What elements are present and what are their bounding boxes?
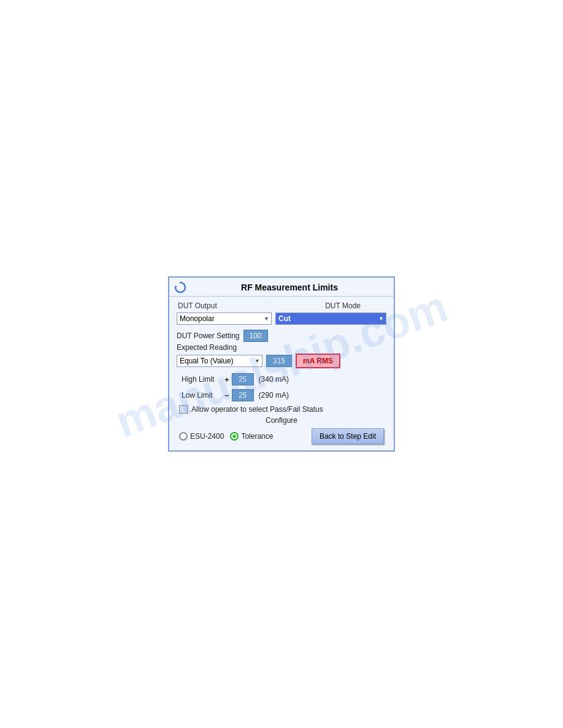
dialog-body: DUT Output DUT Mode Monopolar Cut DUT Po…	[169, 297, 394, 450]
dut-power-row: DUT Power Setting 100	[177, 330, 386, 342]
allow-operator-row: Allow operator to select Pass/Fail Statu…	[177, 405, 386, 414]
rf-measurement-dialog: RF Measurement Limits DUT Output DUT Mod…	[168, 276, 395, 452]
dut-mode-header: DUT Mode	[325, 301, 361, 310]
high-limit-value[interactable]: 25	[232, 373, 254, 385]
dut-mode-select[interactable]: Cut	[275, 313, 386, 325]
dropdowns-row: Monopolar Cut	[177, 313, 386, 325]
bottom-row: ESU-2400 Tolerance Back to Step Edit	[177, 428, 386, 444]
low-limit-sign: −	[224, 391, 229, 400]
radio-group: ESU-2400 Tolerance	[179, 432, 273, 441]
high-limit-result: (340 mA)	[259, 375, 289, 384]
configure-label: Configure	[266, 416, 297, 425]
unit-label: mA RMS	[296, 354, 340, 368]
radio-esu-circle[interactable]	[179, 432, 188, 441]
expected-reading-select[interactable]: Equal To (Value)	[177, 355, 262, 367]
expected-value-box[interactable]: 315	[266, 355, 292, 367]
low-limit-value[interactable]: 25	[232, 389, 254, 401]
low-limit-row: Low Limit − 25 (290 mA)	[177, 389, 386, 401]
dialog-icon	[174, 281, 186, 294]
allow-operator-checkbox[interactable]	[179, 405, 188, 414]
high-limit-sign: +	[224, 375, 229, 384]
radio-esu-label: ESU-2400	[190, 432, 224, 441]
radio-tolerance-label: Tolerance	[241, 432, 273, 441]
allow-operator-label: Allow operator to select Pass/Fail Statu…	[191, 405, 323, 414]
dut-power-value[interactable]: 100	[243, 330, 268, 342]
equal-to-select-wrapper[interactable]: Equal To (Value)	[177, 355, 262, 367]
configure-row: Configure	[177, 416, 386, 425]
monopolar-select-wrapper[interactable]: Monopolar	[177, 313, 272, 325]
dut-output-header: DUT Output	[178, 301, 217, 310]
radio-tolerance-item[interactable]: Tolerance	[230, 432, 273, 441]
expected-reading-label: Expected Reading	[177, 343, 386, 352]
low-limit-label: Low Limit	[182, 391, 224, 400]
dialog-title: RF Measurement Limits	[190, 282, 389, 292]
radio-esu-item[interactable]: ESU-2400	[179, 432, 224, 441]
dut-output-select[interactable]: Monopolar	[177, 313, 272, 325]
cut-select-wrapper[interactable]: Cut	[275, 313, 386, 325]
low-limit-result: (290 mA)	[259, 391, 289, 400]
column-headers-row: DUT Output DUT Mode	[177, 301, 386, 310]
high-limit-label: High Limit	[182, 375, 224, 384]
radio-tolerance-circle[interactable]	[230, 432, 239, 441]
dut-power-label: DUT Power Setting	[177, 332, 240, 340]
back-to-step-edit-button[interactable]: Back to Step Edit	[312, 428, 384, 444]
expected-reading-row: Equal To (Value) 315 mA RMS	[177, 354, 386, 368]
high-limit-row: High Limit + 25 (340 mA)	[177, 373, 386, 385]
dialog-title-bar: RF Measurement Limits	[169, 278, 394, 297]
